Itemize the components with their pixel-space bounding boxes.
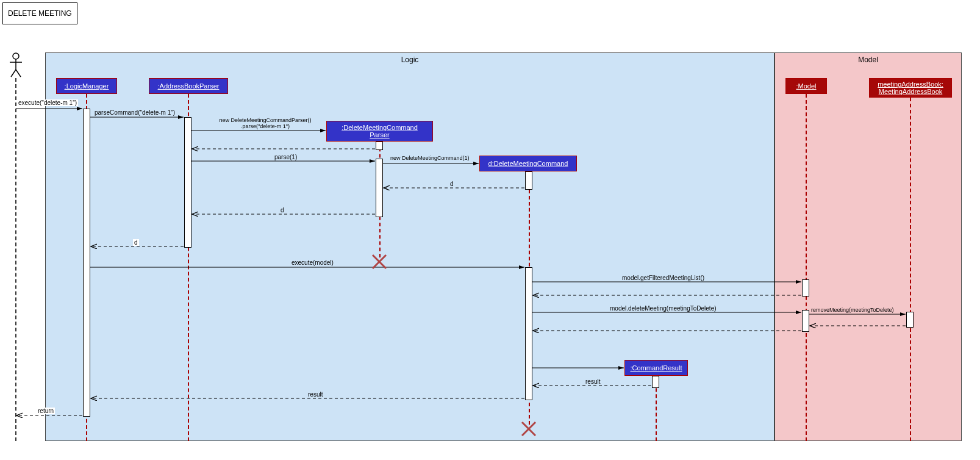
abp-activation: [184, 117, 191, 248]
command-result-object: :CommandResult: [624, 360, 688, 376]
dmcp-activation-1: [376, 142, 383, 150]
actor-lifeline: [15, 78, 16, 441]
msg-get-filtered: model.getFilteredMeetingList(): [622, 275, 704, 281]
msg-d3: d: [133, 239, 139, 246]
model-frame: Model: [774, 52, 962, 441]
msg-d2: d: [281, 207, 284, 214]
msg-execute-model: execute(model): [291, 259, 334, 266]
model-object: :Model: [785, 78, 827, 94]
msg-execute: execute("delete-m 1"): [17, 99, 78, 106]
model-frame-label: Model: [775, 56, 961, 64]
dmc-activation-2: [525, 267, 532, 400]
address-book-parser-object: :AddressBookParser: [149, 78, 228, 94]
model-lifeline: [806, 94, 807, 441]
diagram-title: DELETE MEETING: [2, 2, 77, 24]
logic-manager-object: :LogicManager: [56, 78, 117, 94]
mab-lifeline: [910, 98, 911, 441]
dmc-activation-1: [525, 171, 532, 190]
msg-d1: d: [450, 181, 454, 187]
meeting-address-book-object: meetingAddressBook: MeetingAddressBook: [869, 78, 952, 98]
svg-line-3: [11, 70, 16, 77]
msg-remove-meeting: removeMeeting(meetingToDelete): [811, 307, 894, 313]
msg-new-parser: new DeleteMeetingCommandParser() .parse(…: [210, 117, 320, 129]
mab-activation: [906, 312, 914, 328]
logic-manager-activation: [83, 109, 90, 417]
msg-parse-command: parseCommand("delete-m 1"): [95, 109, 175, 116]
actor-icon: [9, 52, 23, 78]
model-activation-2: [802, 310, 809, 332]
msg-parse1: parse(1): [274, 154, 297, 160]
dmcp-activation-2: [376, 159, 383, 217]
delete-meeting-cmd-object: d:DeleteMeetingCommand: [479, 156, 577, 171]
logic-frame-label: Logic: [46, 56, 774, 64]
msg-result1: result: [585, 378, 600, 385]
model-activation-1: [802, 279, 809, 296]
msg-delete-meeting: model.deleteMeeting(meetingToDelete): [610, 305, 717, 312]
msg-return: return: [37, 408, 55, 414]
sequence-diagram: DELETE MEETING Logic Model :LogicManager…: [0, 0, 980, 460]
msg-new-delete-cmd: new DeleteMeetingCommand(1): [390, 155, 470, 161]
cr-activation: [652, 376, 659, 388]
delete-meeting-cmd-parser-object: :DeleteMeetingCommand Parser: [326, 121, 433, 142]
msg-result2: result: [308, 391, 323, 398]
svg-point-0: [13, 53, 19, 59]
svg-line-4: [16, 70, 21, 77]
